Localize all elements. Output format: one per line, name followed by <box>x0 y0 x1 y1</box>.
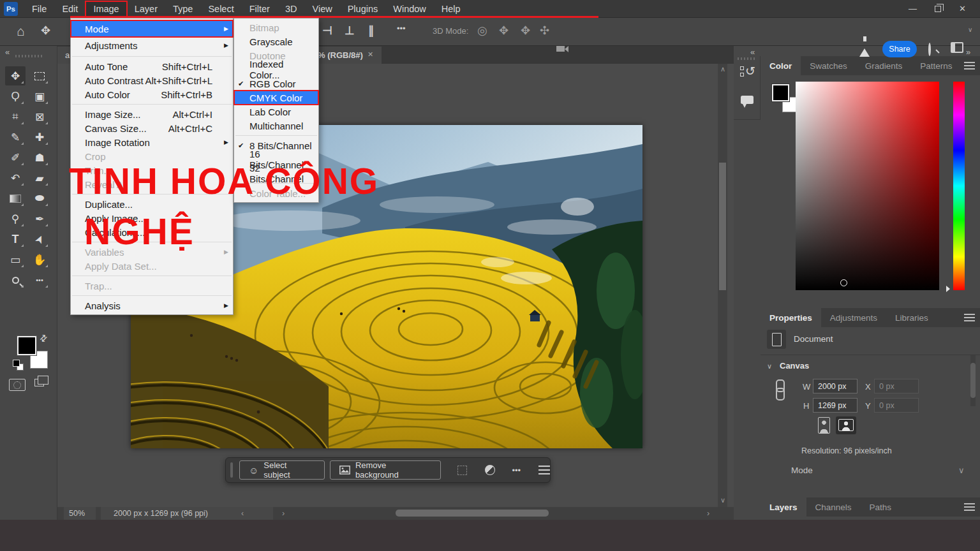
gradient-tool[interactable] <box>5 189 26 208</box>
color-panel-menu-icon[interactable] <box>964 62 975 70</box>
hue-slider-arrow-icon[interactable] <box>946 286 950 292</box>
swap-colors-icon[interactable]: ⇄ <box>37 332 50 344</box>
menu-file[interactable]: File <box>24 1 54 17</box>
object-selection-tool[interactable]: ▣ <box>29 87 50 106</box>
properties-panel-menu-icon[interactable] <box>964 314 975 321</box>
horizontal-scroll-thumb[interactable] <box>396 510 549 517</box>
menu-item-analysis[interactable]: Analysis ▶ <box>71 298 233 312</box>
landscape-orientation-button[interactable] <box>836 416 856 434</box>
home-icon[interactable]: ⌂ <box>17 24 25 39</box>
menu-item-cmyk-color[interactable]: CMYK Color <box>234 91 318 105</box>
remove-background-button[interactable]: Remove background <box>330 460 442 480</box>
menu-item-auto-contrast[interactable]: Auto Contrast Alt+Shift+Ctrl+L <box>71 73 233 87</box>
shape-tool[interactable]: ▭ <box>5 250 26 269</box>
tab-adjustments[interactable]: Adjustments <box>821 308 886 327</box>
menu-item-32-bits[interactable]: 32 Bits/Channel <box>234 166 318 180</box>
canvas-vertical-scrollbar[interactable]: ∧ ∨ <box>718 64 727 507</box>
layers-panel-menu-icon[interactable] <box>964 503 975 511</box>
hscroll-left-icon[interactable]: ‹ <box>241 509 244 518</box>
hand-tool[interactable]: ✋ <box>29 250 50 269</box>
hscroll-right-icon[interactable]: › <box>707 509 709 518</box>
foreground-color-swatch[interactable] <box>17 336 36 355</box>
menu-type[interactable]: Type <box>165 1 200 17</box>
brush-tool[interactable]: ✐ <box>5 148 26 167</box>
move-tool[interactable]: ✥ <box>5 66 26 85</box>
more-actions-icon[interactable]: ••• <box>512 466 521 475</box>
scroll-up-icon[interactable]: ∧ <box>720 65 725 73</box>
saturation-brightness-field[interactable] <box>796 82 939 290</box>
comments-panel-icon[interactable] <box>741 96 754 104</box>
menu-item-duplicate[interactable]: Duplicate... <box>71 197 233 211</box>
type-tool[interactable]: T <box>5 230 26 249</box>
share-button[interactable]: Share <box>882 41 917 57</box>
workspace-chevron-icon[interactable]: ∨ <box>968 26 972 33</box>
link-dimensions-icon[interactable] <box>776 379 783 399</box>
menu-item-canvas-size[interactable]: Canvas Size... Alt+Ctrl+C <box>71 121 233 135</box>
close-button[interactable]: ✕ <box>959 4 966 13</box>
default-colors-icon[interactable] <box>13 360 20 367</box>
width-input[interactable] <box>813 379 858 393</box>
menu-view[interactable]: View <box>305 1 340 17</box>
eyedropper-tool[interactable]: ✎ <box>5 128 26 147</box>
tab-color[interactable]: Color <box>761 56 801 75</box>
minimize-button[interactable]: — <box>909 4 917 13</box>
more-options-icon[interactable]: ••• <box>397 24 406 33</box>
tab-paths[interactable]: Paths <box>861 497 901 517</box>
portrait-orientation-button[interactable] <box>818 417 830 434</box>
frame-tool[interactable]: ⊠ <box>29 107 50 126</box>
roll-3d-icon[interactable]: ✥ <box>499 24 509 38</box>
marquee-tool[interactable] <box>29 66 50 85</box>
properties-scroll-thumb[interactable] <box>970 363 976 398</box>
x-input[interactable] <box>874 379 919 393</box>
align-icon[interactable]: ⊣ <box>322 24 332 38</box>
taskbar-drag-handle[interactable] <box>230 462 233 478</box>
workspace-icon[interactable] <box>951 42 963 53</box>
menu-item-apply-image[interactable]: Apply Image... <box>71 211 233 225</box>
color-picker-cursor[interactable] <box>840 279 847 286</box>
collapse-panels-icon[interactable]: « <box>750 47 755 57</box>
tab-gradients[interactable]: Gradients <box>856 56 912 75</box>
scroll-down-icon[interactable]: ∨ <box>720 496 725 504</box>
properties-sliders-icon[interactable] <box>538 466 550 474</box>
menu-item-grayscale[interactable]: Grayscale <box>234 34 318 48</box>
menu-item-rgb-color[interactable]: ✔ RGB Color <box>234 77 318 91</box>
menu-plugins[interactable]: Plugins <box>340 1 386 17</box>
lasso-tool[interactable]: Ϙ <box>5 87 26 106</box>
eraser-tool[interactable]: ▰ <box>29 168 50 187</box>
menu-3d[interactable]: 3D <box>278 1 305 17</box>
screen-mode-button[interactable] <box>34 379 44 386</box>
tab-properties[interactable]: Properties <box>761 308 821 327</box>
menu-item-mode[interactable]: Mode ▶ <box>71 20 233 37</box>
blur-tool[interactable]: ⬬ <box>29 189 50 208</box>
tab-swatches[interactable]: Swatches <box>801 56 856 75</box>
hue-slider[interactable] <box>953 82 965 290</box>
adjustments-icon[interactable] <box>485 465 495 475</box>
expand-panels-icon[interactable]: » <box>966 47 970 57</box>
transform-icon[interactable] <box>457 466 467 475</box>
search-icon[interactable] <box>928 44 931 55</box>
slide-3d-icon[interactable]: ✣ <box>540 24 549 38</box>
menu-item-adjustments[interactable]: Adjustments ▶ <box>71 37 233 54</box>
select-subject-button[interactable]: ☺ Select subject <box>239 460 325 480</box>
align-bottom-icon[interactable]: ⊥ <box>345 24 355 38</box>
restore-button[interactable] <box>935 6 941 12</box>
beta-flask-icon[interactable] <box>859 48 870 57</box>
menu-item-auto-color[interactable]: Auto Color Shift+Ctrl+B <box>71 87 233 101</box>
quick-mask-button[interactable] <box>9 379 26 391</box>
menu-window[interactable]: Window <box>385 1 434 17</box>
tools-drag-handle[interactable] <box>15 55 42 57</box>
zoom-level-field[interactable]: 50% <box>64 507 96 520</box>
status-flyout-icon[interactable]: › <box>282 509 285 518</box>
menu-item-multichannel[interactable]: Multichannel <box>234 119 318 133</box>
healing-brush-tool[interactable]: ✚ <box>29 128 50 147</box>
menu-item-auto-tone[interactable]: Auto Tone Shift+Ctrl+L <box>71 59 233 73</box>
properties-scrollbar[interactable] <box>970 355 976 406</box>
y-input[interactable] <box>874 398 919 413</box>
history-panel-icon[interactable]: ↺ <box>745 64 755 78</box>
tab-channels[interactable]: Channels <box>806 497 861 517</box>
menu-edit[interactable]: Edit <box>54 1 85 17</box>
crop-tool[interactable]: ⌗ <box>5 107 26 126</box>
close-tab-icon[interactable]: ✕ <box>368 50 373 59</box>
distribute-icon[interactable]: ∥ <box>368 24 374 38</box>
menu-item-lab-color[interactable]: Lab Color <box>234 105 318 119</box>
